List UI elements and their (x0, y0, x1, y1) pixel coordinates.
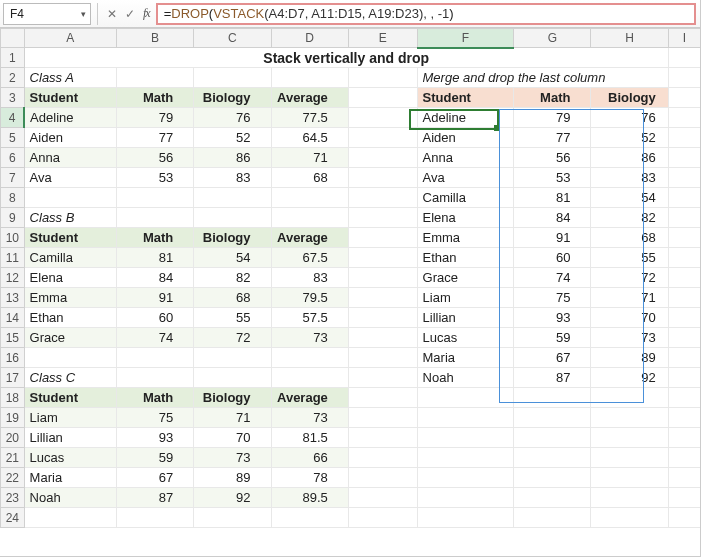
cell-C8[interactable] (194, 188, 271, 208)
cell-I23[interactable] (668, 488, 700, 508)
cell-F10[interactable]: Emma (417, 228, 514, 248)
cell-A18[interactable]: Student (24, 388, 116, 408)
cell-E19[interactable] (348, 408, 417, 428)
cell-E23[interactable] (348, 488, 417, 508)
cell-D19[interactable]: 73 (271, 408, 348, 428)
cell-E4[interactable] (348, 108, 417, 128)
cell-G20[interactable] (514, 428, 591, 448)
cell-H18[interactable] (591, 388, 668, 408)
cell-H23[interactable] (591, 488, 668, 508)
cell-H14[interactable]: 70 (591, 308, 668, 328)
cell-D20[interactable]: 81.5 (271, 428, 348, 448)
cell-H8[interactable]: 54 (591, 188, 668, 208)
cell-I8[interactable] (668, 188, 700, 208)
cell-G19[interactable] (514, 408, 591, 428)
cell-H13[interactable]: 71 (591, 288, 668, 308)
cell-G17[interactable]: 87 (514, 368, 591, 388)
cell-C9[interactable] (194, 208, 271, 228)
cell-B17[interactable] (116, 368, 193, 388)
row-head-1[interactable]: 1 (1, 48, 25, 68)
row-head-14[interactable]: 14 (1, 308, 25, 328)
cell-A22[interactable]: Maria (24, 468, 116, 488)
row-head-7[interactable]: 7 (1, 168, 25, 188)
cell-F13[interactable]: Liam (417, 288, 514, 308)
cell-I21[interactable] (668, 448, 700, 468)
cell-F12[interactable]: Grace (417, 268, 514, 288)
cell-E15[interactable] (348, 328, 417, 348)
cell-D23[interactable]: 89.5 (271, 488, 348, 508)
cell-G8[interactable]: 81 (514, 188, 591, 208)
cell-D13[interactable]: 79.5 (271, 288, 348, 308)
cell-I1[interactable] (668, 48, 700, 68)
cell-I18[interactable] (668, 388, 700, 408)
col-head-H[interactable]: H (591, 29, 668, 48)
cell-G9[interactable]: 84 (514, 208, 591, 228)
cell-I19[interactable] (668, 408, 700, 428)
cell-C2[interactable] (194, 68, 271, 88)
cell-E20[interactable] (348, 428, 417, 448)
col-head-G[interactable]: G (514, 29, 591, 48)
cell-H7[interactable]: 83 (591, 168, 668, 188)
cell-A19[interactable]: Liam (24, 408, 116, 428)
cell-C13[interactable]: 68 (194, 288, 271, 308)
row-head-22[interactable]: 22 (1, 468, 25, 488)
cell-B10[interactable]: Math (116, 228, 193, 248)
cell-C6[interactable]: 86 (194, 148, 271, 168)
cell-B14[interactable]: 60 (116, 308, 193, 328)
cell-G5[interactable]: 77 (514, 128, 591, 148)
class-b-label[interactable]: Class B (24, 208, 116, 228)
cell-H5[interactable]: 52 (591, 128, 668, 148)
cell-B2[interactable] (116, 68, 193, 88)
cell-B9[interactable] (116, 208, 193, 228)
cell-F3[interactable]: Student (417, 88, 514, 108)
cell-D3[interactable]: Average (271, 88, 348, 108)
cell-F9[interactable]: Elena (417, 208, 514, 228)
cell-D16[interactable] (271, 348, 348, 368)
cell-I5[interactable] (668, 128, 700, 148)
cell-E3[interactable] (348, 88, 417, 108)
cell-A13[interactable]: Emma (24, 288, 116, 308)
cell-H22[interactable] (591, 468, 668, 488)
cell-B11[interactable]: 81 (116, 248, 193, 268)
cell-A5[interactable]: Aiden (24, 128, 116, 148)
cell-F6[interactable]: Anna (417, 148, 514, 168)
row-head-16[interactable]: 16 (1, 348, 25, 368)
cell-E12[interactable] (348, 268, 417, 288)
cell-C20[interactable]: 70 (194, 428, 271, 448)
cell-D8[interactable] (271, 188, 348, 208)
cell-F7[interactable]: Ava (417, 168, 514, 188)
cell-F21[interactable] (417, 448, 514, 468)
name-box[interactable]: F4 ▾ (3, 3, 91, 25)
cell-B4[interactable]: 79 (116, 108, 193, 128)
cell-B18[interactable]: Math (116, 388, 193, 408)
cell-D10[interactable]: Average (271, 228, 348, 248)
cell-E22[interactable] (348, 468, 417, 488)
cell-F24[interactable] (417, 508, 514, 528)
cell-G24[interactable] (514, 508, 591, 528)
cell-E9[interactable] (348, 208, 417, 228)
cell-E5[interactable] (348, 128, 417, 148)
cell-A10[interactable]: Student (24, 228, 116, 248)
cell-B12[interactable]: 84 (116, 268, 193, 288)
row-head-9[interactable]: 9 (1, 208, 25, 228)
cell-G18[interactable] (514, 388, 591, 408)
cell-E10[interactable] (348, 228, 417, 248)
cell-D18[interactable]: Average (271, 388, 348, 408)
cell-D9[interactable] (271, 208, 348, 228)
cell-G3[interactable]: Math (514, 88, 591, 108)
cell-F14[interactable]: Lillian (417, 308, 514, 328)
cell-G14[interactable]: 93 (514, 308, 591, 328)
cell-I20[interactable] (668, 428, 700, 448)
cell-G22[interactable] (514, 468, 591, 488)
cell-H16[interactable]: 89 (591, 348, 668, 368)
cell-B23[interactable]: 87 (116, 488, 193, 508)
row-head-3[interactable]: 3 (1, 88, 25, 108)
cell-C4[interactable]: 76 (194, 108, 271, 128)
cell-G7[interactable]: 53 (514, 168, 591, 188)
cell-C22[interactable]: 89 (194, 468, 271, 488)
cell-F15[interactable]: Lucas (417, 328, 514, 348)
cell-F17[interactable]: Noah (417, 368, 514, 388)
row-head-23[interactable]: 23 (1, 488, 25, 508)
cell-A12[interactable]: Elena (24, 268, 116, 288)
cell-H21[interactable] (591, 448, 668, 468)
